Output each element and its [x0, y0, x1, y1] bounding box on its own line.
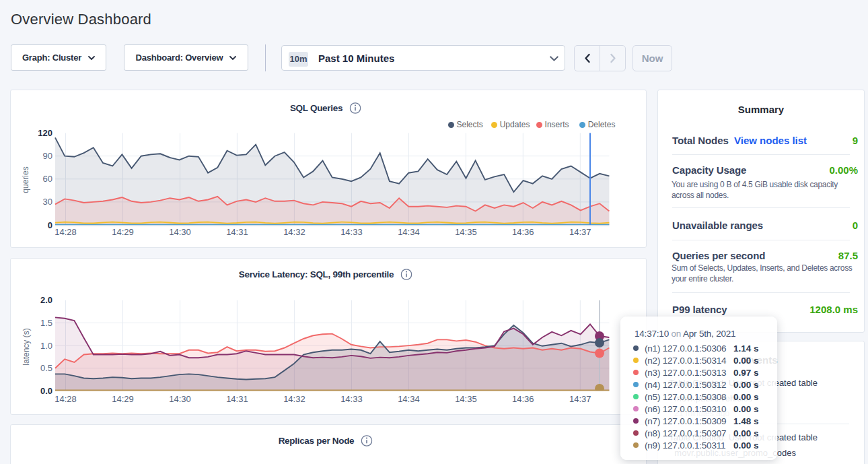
svg-text:14:36: 14:36 [512, 394, 534, 404]
svg-text:0.0: 0.0 [40, 386, 52, 396]
svg-text:14:29: 14:29 [112, 227, 134, 237]
svg-text:1.5: 1.5 [40, 318, 52, 328]
svg-text:14:37: 14:37 [569, 227, 591, 237]
svg-text:2.0: 2.0 [40, 295, 52, 305]
svg-text:14:34: 14:34 [398, 227, 420, 237]
svg-text:14:29: 14:29 [112, 394, 134, 404]
svg-text:14:31: 14:31 [226, 394, 248, 404]
svg-text:14:32: 14:32 [283, 394, 305, 404]
svg-text:30: 30 [43, 197, 52, 207]
svg-text:14:28: 14:28 [55, 394, 77, 404]
svg-text:14:28: 14:28 [55, 227, 77, 237]
svg-text:14:34: 14:34 [398, 394, 420, 404]
svg-text:1.0: 1.0 [40, 341, 52, 351]
svg-text:14:35: 14:35 [455, 394, 477, 404]
svg-text:90: 90 [43, 151, 52, 161]
svg-text:60: 60 [43, 174, 52, 184]
svg-text:14:35: 14:35 [455, 227, 477, 237]
svg-text:0: 0 [48, 220, 52, 230]
svg-text:14:32: 14:32 [283, 227, 305, 237]
svg-text:14:33: 14:33 [340, 394, 363, 404]
svg-text:14:30: 14:30 [169, 394, 191, 404]
svg-text:14:33: 14:33 [340, 227, 363, 237]
svg-text:14:36: 14:36 [512, 227, 534, 237]
svg-text:14:37: 14:37 [569, 394, 591, 404]
svg-text:0.5: 0.5 [40, 363, 52, 373]
svg-text:14:30: 14:30 [169, 227, 191, 237]
svg-text:120: 120 [38, 128, 52, 138]
svg-text:14:31: 14:31 [226, 227, 248, 237]
